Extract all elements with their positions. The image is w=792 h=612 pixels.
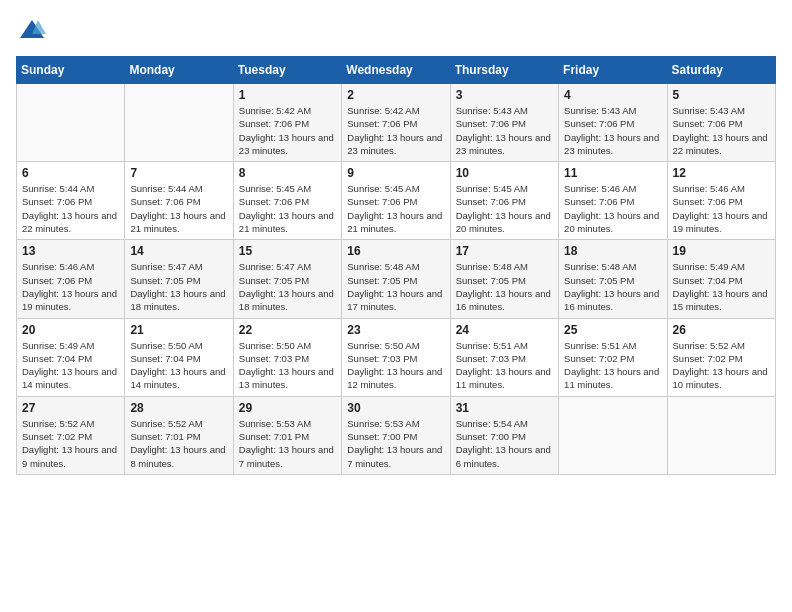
day-number: 29	[239, 401, 336, 415]
calendar-cell: 4Sunrise: 5:43 AM Sunset: 7:06 PM Daylig…	[559, 84, 667, 162]
day-info: Sunrise: 5:44 AM Sunset: 7:06 PM Dayligh…	[130, 182, 227, 235]
day-number: 4	[564, 88, 661, 102]
calendar-cell: 24Sunrise: 5:51 AM Sunset: 7:03 PM Dayli…	[450, 318, 558, 396]
day-info: Sunrise: 5:46 AM Sunset: 7:06 PM Dayligh…	[673, 182, 770, 235]
calendar-header-thursday: Thursday	[450, 57, 558, 84]
day-number: 24	[456, 323, 553, 337]
day-number: 14	[130, 244, 227, 258]
calendar-cell: 25Sunrise: 5:51 AM Sunset: 7:02 PM Dayli…	[559, 318, 667, 396]
page-header	[16, 16, 776, 44]
day-info: Sunrise: 5:47 AM Sunset: 7:05 PM Dayligh…	[239, 260, 336, 313]
calendar-cell	[125, 84, 233, 162]
calendar-header-sunday: Sunday	[17, 57, 125, 84]
day-info: Sunrise: 5:52 AM Sunset: 7:02 PM Dayligh…	[673, 339, 770, 392]
day-number: 8	[239, 166, 336, 180]
calendar-week-row: 6Sunrise: 5:44 AM Sunset: 7:06 PM Daylig…	[17, 162, 776, 240]
day-info: Sunrise: 5:45 AM Sunset: 7:06 PM Dayligh…	[347, 182, 444, 235]
calendar-cell: 6Sunrise: 5:44 AM Sunset: 7:06 PM Daylig…	[17, 162, 125, 240]
day-info: Sunrise: 5:42 AM Sunset: 7:06 PM Dayligh…	[347, 104, 444, 157]
day-number: 9	[347, 166, 444, 180]
day-info: Sunrise: 5:46 AM Sunset: 7:06 PM Dayligh…	[564, 182, 661, 235]
day-info: Sunrise: 5:53 AM Sunset: 7:00 PM Dayligh…	[347, 417, 444, 470]
calendar-cell	[559, 396, 667, 474]
day-info: Sunrise: 5:51 AM Sunset: 7:02 PM Dayligh…	[564, 339, 661, 392]
day-number: 27	[22, 401, 119, 415]
calendar-cell: 21Sunrise: 5:50 AM Sunset: 7:04 PM Dayli…	[125, 318, 233, 396]
day-info: Sunrise: 5:45 AM Sunset: 7:06 PM Dayligh…	[456, 182, 553, 235]
day-info: Sunrise: 5:49 AM Sunset: 7:04 PM Dayligh…	[673, 260, 770, 313]
day-info: Sunrise: 5:48 AM Sunset: 7:05 PM Dayligh…	[564, 260, 661, 313]
calendar-cell: 10Sunrise: 5:45 AM Sunset: 7:06 PM Dayli…	[450, 162, 558, 240]
day-info: Sunrise: 5:44 AM Sunset: 7:06 PM Dayligh…	[22, 182, 119, 235]
day-info: Sunrise: 5:51 AM Sunset: 7:03 PM Dayligh…	[456, 339, 553, 392]
day-number: 26	[673, 323, 770, 337]
day-number: 30	[347, 401, 444, 415]
day-number: 2	[347, 88, 444, 102]
calendar-cell: 22Sunrise: 5:50 AM Sunset: 7:03 PM Dayli…	[233, 318, 341, 396]
day-info: Sunrise: 5:52 AM Sunset: 7:01 PM Dayligh…	[130, 417, 227, 470]
calendar-cell: 27Sunrise: 5:52 AM Sunset: 7:02 PM Dayli…	[17, 396, 125, 474]
day-info: Sunrise: 5:49 AM Sunset: 7:04 PM Dayligh…	[22, 339, 119, 392]
day-number: 17	[456, 244, 553, 258]
calendar-cell: 8Sunrise: 5:45 AM Sunset: 7:06 PM Daylig…	[233, 162, 341, 240]
day-number: 25	[564, 323, 661, 337]
day-info: Sunrise: 5:43 AM Sunset: 7:06 PM Dayligh…	[673, 104, 770, 157]
calendar-table: SundayMondayTuesdayWednesdayThursdayFrid…	[16, 56, 776, 475]
day-info: Sunrise: 5:52 AM Sunset: 7:02 PM Dayligh…	[22, 417, 119, 470]
logo-icon	[18, 16, 46, 44]
day-number: 13	[22, 244, 119, 258]
calendar-cell: 17Sunrise: 5:48 AM Sunset: 7:05 PM Dayli…	[450, 240, 558, 318]
day-number: 12	[673, 166, 770, 180]
calendar-week-row: 13Sunrise: 5:46 AM Sunset: 7:06 PM Dayli…	[17, 240, 776, 318]
calendar-cell: 13Sunrise: 5:46 AM Sunset: 7:06 PM Dayli…	[17, 240, 125, 318]
day-info: Sunrise: 5:46 AM Sunset: 7:06 PM Dayligh…	[22, 260, 119, 313]
day-info: Sunrise: 5:50 AM Sunset: 7:03 PM Dayligh…	[239, 339, 336, 392]
calendar-cell	[17, 84, 125, 162]
calendar-cell: 18Sunrise: 5:48 AM Sunset: 7:05 PM Dayli…	[559, 240, 667, 318]
day-number: 22	[239, 323, 336, 337]
calendar-cell	[667, 396, 775, 474]
day-info: Sunrise: 5:48 AM Sunset: 7:05 PM Dayligh…	[456, 260, 553, 313]
day-number: 6	[22, 166, 119, 180]
day-number: 23	[347, 323, 444, 337]
calendar-week-row: 1Sunrise: 5:42 AM Sunset: 7:06 PM Daylig…	[17, 84, 776, 162]
day-number: 5	[673, 88, 770, 102]
day-number: 28	[130, 401, 227, 415]
day-info: Sunrise: 5:54 AM Sunset: 7:00 PM Dayligh…	[456, 417, 553, 470]
day-number: 3	[456, 88, 553, 102]
day-number: 15	[239, 244, 336, 258]
calendar-cell: 26Sunrise: 5:52 AM Sunset: 7:02 PM Dayli…	[667, 318, 775, 396]
calendar-cell: 23Sunrise: 5:50 AM Sunset: 7:03 PM Dayli…	[342, 318, 450, 396]
calendar-header-tuesday: Tuesday	[233, 57, 341, 84]
calendar-cell: 7Sunrise: 5:44 AM Sunset: 7:06 PM Daylig…	[125, 162, 233, 240]
day-info: Sunrise: 5:50 AM Sunset: 7:04 PM Dayligh…	[130, 339, 227, 392]
day-info: Sunrise: 5:53 AM Sunset: 7:01 PM Dayligh…	[239, 417, 336, 470]
calendar-header-monday: Monday	[125, 57, 233, 84]
calendar-cell: 15Sunrise: 5:47 AM Sunset: 7:05 PM Dayli…	[233, 240, 341, 318]
calendar-header-wednesday: Wednesday	[342, 57, 450, 84]
calendar-cell: 2Sunrise: 5:42 AM Sunset: 7:06 PM Daylig…	[342, 84, 450, 162]
calendar-cell: 14Sunrise: 5:47 AM Sunset: 7:05 PM Dayli…	[125, 240, 233, 318]
day-number: 1	[239, 88, 336, 102]
calendar-header-row: SundayMondayTuesdayWednesdayThursdayFrid…	[17, 57, 776, 84]
day-number: 10	[456, 166, 553, 180]
day-number: 20	[22, 323, 119, 337]
calendar-cell: 16Sunrise: 5:48 AM Sunset: 7:05 PM Dayli…	[342, 240, 450, 318]
calendar-cell: 9Sunrise: 5:45 AM Sunset: 7:06 PM Daylig…	[342, 162, 450, 240]
calendar-cell: 12Sunrise: 5:46 AM Sunset: 7:06 PM Dayli…	[667, 162, 775, 240]
calendar-cell: 20Sunrise: 5:49 AM Sunset: 7:04 PM Dayli…	[17, 318, 125, 396]
day-number: 18	[564, 244, 661, 258]
logo	[16, 16, 46, 44]
day-number: 31	[456, 401, 553, 415]
day-info: Sunrise: 5:50 AM Sunset: 7:03 PM Dayligh…	[347, 339, 444, 392]
calendar-cell: 30Sunrise: 5:53 AM Sunset: 7:00 PM Dayli…	[342, 396, 450, 474]
calendar-cell: 3Sunrise: 5:43 AM Sunset: 7:06 PM Daylig…	[450, 84, 558, 162]
day-number: 16	[347, 244, 444, 258]
day-info: Sunrise: 5:45 AM Sunset: 7:06 PM Dayligh…	[239, 182, 336, 235]
day-number: 7	[130, 166, 227, 180]
calendar-week-row: 27Sunrise: 5:52 AM Sunset: 7:02 PM Dayli…	[17, 396, 776, 474]
calendar-cell: 29Sunrise: 5:53 AM Sunset: 7:01 PM Dayli…	[233, 396, 341, 474]
day-number: 21	[130, 323, 227, 337]
calendar-cell: 28Sunrise: 5:52 AM Sunset: 7:01 PM Dayli…	[125, 396, 233, 474]
day-info: Sunrise: 5:43 AM Sunset: 7:06 PM Dayligh…	[456, 104, 553, 157]
